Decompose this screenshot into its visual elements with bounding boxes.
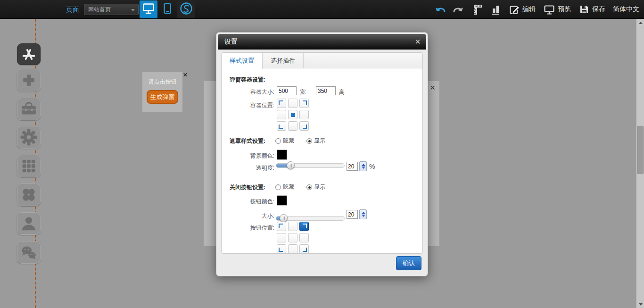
scroll-down-button[interactable] — [636, 300, 644, 308]
undo-icon — [434, 4, 446, 15]
radio-checked-icon[interactable] — [306, 138, 312, 144]
undo-button[interactable] — [434, 4, 446, 15]
spinner-up-icon[interactable] — [362, 212, 365, 214]
redo-button[interactable] — [453, 4, 464, 15]
container-width-input[interactable] — [277, 86, 297, 95]
pos-cell-bottom-left[interactable] — [277, 121, 286, 131]
tab-choose-plugin[interactable]: 选择插件 — [263, 53, 304, 68]
preview-close-icon[interactable]: × — [430, 83, 435, 92]
chevron-down-icon — [131, 9, 135, 11]
radio-unchecked-icon[interactable] — [275, 138, 281, 144]
widget-close-icon[interactable]: × — [183, 71, 188, 79]
sidebar-item-design[interactable] — [17, 43, 41, 65]
spinner-down-icon[interactable] — [362, 215, 365, 217]
language-label: 简体中文 — [613, 5, 639, 14]
btnpos-cell-bottom[interactable] — [288, 244, 297, 253]
opacity-label: 透明度: — [222, 164, 274, 172]
bg-color-label: 背景颜色: — [222, 152, 274, 160]
sidebar-item-toolbox[interactable] — [17, 98, 41, 120]
pos-cell-right[interactable] — [299, 110, 309, 119]
popup-trigger-widget[interactable]: 请点击按钮 生成弹窗 — [142, 72, 182, 112]
sidebar-item-wechat[interactable] — [17, 241, 41, 264]
mask-show-label: 显示 — [314, 137, 325, 145]
link-circle-button[interactable] — [177, 0, 195, 18]
pos-cell-top[interactable] — [288, 99, 297, 108]
mask-show-option[interactable]: 显示 — [306, 137, 325, 145]
center-square-icon — [291, 113, 295, 117]
sidebar-item-add[interactable] — [17, 69, 41, 92]
toolbox-icon — [19, 100, 39, 118]
pos-cell-left[interactable] — [277, 110, 286, 119]
btn-size-value-input[interactable] — [347, 210, 358, 219]
mobile-icon — [162, 2, 173, 17]
pos-cell-center[interactable] — [288, 110, 297, 119]
opacity-slider-handle[interactable] — [287, 161, 295, 169]
pos-cell-bottom-right[interactable] — [299, 121, 309, 131]
btnpos-cell-right[interactable] — [299, 233, 309, 242]
height-unit-label: 高 — [339, 88, 345, 96]
closebtn-show-option[interactable]: 显示 — [306, 183, 325, 191]
dialog-form: 弹窗容器设置: 容器大小: 宽 高 容器位置: 遮罩样式设置: — [222, 68, 422, 253]
scrollbar-thumb[interactable] — [637, 126, 644, 174]
page-scrollbar[interactable] — [636, 19, 644, 308]
gear-icon — [19, 127, 39, 147]
closebtn-show-label: 显示 — [314, 183, 325, 191]
btn-size-slider-handle[interactable] — [280, 214, 288, 222]
section-mask-heading: 遮罩样式设置: — [230, 137, 265, 145]
container-size-label: 容器大小: — [222, 88, 274, 96]
corner-bottom-left-icon — [279, 248, 283, 252]
container-height-input[interactable] — [316, 86, 336, 95]
dialog-header[interactable]: 设置 × — [218, 34, 426, 50]
sidebar-item-settings[interactable] — [17, 126, 41, 149]
btnpos-cell-left[interactable] — [277, 233, 286, 242]
sidebar-item-user[interactable] — [17, 212, 41, 235]
sidebar-item-widgets[interactable] — [17, 183, 41, 206]
closebtn-hide-option[interactable]: 隐藏 — [275, 183, 294, 191]
corner-top-right-icon — [303, 224, 307, 228]
save-button[interactable]: 保存 — [578, 4, 605, 15]
align-chart-button[interactable] — [491, 4, 501, 15]
btn-color-swatch[interactable] — [277, 195, 287, 206]
opacity-unit-label: % — [369, 163, 375, 170]
wechat-icon — [19, 243, 39, 261]
dialog-close-icon[interactable]: × — [415, 36, 421, 47]
btn-size-spinner[interactable] — [359, 209, 367, 219]
mask-hide-option[interactable]: 隐藏 — [275, 137, 294, 145]
bg-color-swatch[interactable] — [277, 150, 287, 160]
btnpos-cell-bottom-left[interactable] — [277, 244, 286, 253]
ruler-button[interactable] — [472, 3, 483, 16]
btnpos-cell-top[interactable] — [288, 222, 297, 231]
mobile-view-button[interactable] — [160, 0, 174, 18]
opacity-slider[interactable] — [276, 163, 345, 168]
edit-icon — [509, 4, 520, 15]
pos-cell-bottom[interactable] — [288, 121, 297, 131]
btnpos-cell-center[interactable] — [288, 233, 297, 242]
language-switcher[interactable]: 简体中文 — [613, 5, 639, 14]
preview-button[interactable]: 预览 — [543, 4, 571, 15]
triangle-down-icon — [639, 303, 643, 306]
spinner-up-icon[interactable] — [362, 164, 365, 166]
scroll-up-button[interactable] — [636, 19, 644, 26]
page-select[interactable]: 网站首页 — [84, 4, 139, 15]
opacity-spinner[interactable] — [359, 161, 367, 171]
btn-size-slider[interactable] — [276, 216, 345, 221]
opacity-value-input[interactable] — [347, 162, 358, 171]
confirm-button[interactable]: 确认 — [396, 256, 421, 270]
btnpos-cell-top-left[interactable] — [277, 222, 286, 231]
btnpos-cell-top-right-selected[interactable] — [299, 222, 309, 231]
edit-label: 编辑 — [522, 5, 536, 14]
tab-style-settings[interactable]: 样式设置 — [222, 53, 263, 69]
pos-cell-top-right[interactable] — [299, 99, 309, 108]
pos-cell-top-left[interactable] — [277, 99, 286, 108]
edit-button[interactable]: 编辑 — [509, 4, 536, 15]
radio-unchecked-icon[interactable] — [275, 184, 281, 190]
corner-bottom-right-icon — [303, 125, 307, 129]
radio-checked-icon[interactable] — [306, 184, 312, 190]
btnpos-cell-bottom-right[interactable] — [299, 244, 309, 253]
desktop-view-button[interactable] — [140, 0, 157, 18]
spinner-down-icon[interactable] — [362, 166, 365, 169]
sidebar-item-modules[interactable] — [17, 155, 41, 177]
corner-top-left-icon — [279, 100, 283, 105]
generate-popup-button[interactable]: 生成弹窗 — [147, 90, 178, 104]
save-label: 保存 — [592, 5, 605, 14]
